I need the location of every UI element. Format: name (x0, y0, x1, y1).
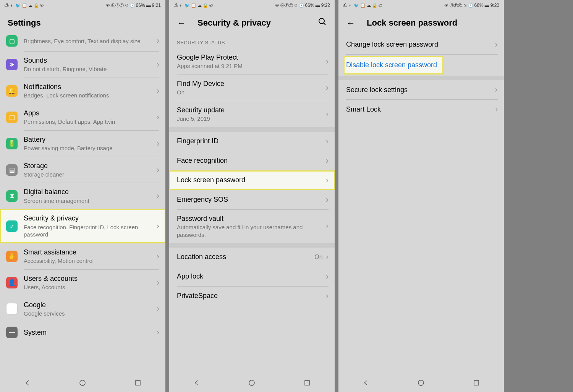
chevron-right-icon: › (157, 139, 159, 149)
list-item-storage[interactable]: ▤StorageStorage cleaner› (0, 157, 165, 183)
header: Settings (0, 11, 165, 35)
item-title: Face recognition (177, 156, 326, 165)
chevron-right-icon: › (495, 40, 498, 50)
item-subtitle: Accessibility, Motion control (24, 257, 157, 265)
phone-lock-screen-password: ⎙ ᯤ 🐦 📋 ☁ 🔒 ✆ ⋯ 👁 ⓃⒻⒸ ⦰ 🕓 66% ▬ 9:22 ← L… (338, 0, 504, 392)
chevron-right-icon: › (157, 165, 159, 175)
chevron-right-icon: › (326, 195, 329, 205)
lock-password-list-1: Change lock screen password›Disable lock… (338, 35, 504, 76)
item-subtitle: Users, Accounts (24, 283, 157, 291)
list-item-location-access[interactable]: Location accessOn› (169, 248, 335, 267)
list-item-secure-lock-settings[interactable]: Secure lock settings› (338, 80, 504, 99)
nav-bar (0, 374, 165, 392)
status-left-icons: ⎙ ᯤ 🐦 📋 ☁ 🔒 ✆ ⋯ (5, 3, 49, 8)
phone-settings: ⎙ ᯤ 🐦 📋 ☁ 🔒 ✆ ⋯ 👁 ⓃⒻⒸ ⦰ 🕓 66% ▬ 9:21 Set… (0, 0, 165, 392)
svg-rect-5 (305, 381, 309, 385)
google-icon: G (6, 303, 18, 314)
item-title: Storage (24, 162, 157, 170)
list-item-smart-assistance[interactable]: ✋Smart assistanceAccessibility, Motion c… (0, 243, 165, 269)
item-body: Location access (177, 253, 314, 261)
item-title: Notifications (24, 83, 157, 91)
smart-assistance-icon: ✋ (6, 251, 18, 262)
nav-back-icon[interactable] (362, 379, 370, 387)
list-item-security-update[interactable]: Security updateJune 5, 2019› (169, 101, 335, 127)
list-item-app-lock[interactable]: App lock› (169, 267, 335, 286)
item-title: App lock (177, 272, 326, 281)
list-item-apps[interactable]: ◫AppsPermissions, Default apps, App twin… (0, 104, 165, 130)
list-item-google-play-protect[interactable]: Google Play ProtectApps scanned at 9:21 … (169, 49, 335, 75)
list-item-sounds[interactable]: 🕩SoundsDo not disturb, Ringtone, Vibrate… (0, 52, 165, 78)
item-body: Password vaultAutomatically save and fil… (177, 214, 326, 238)
list-item-lock-screen-password[interactable]: Lock screen password› (169, 171, 335, 190)
list-item-privatespace[interactable]: PrivateSpace› (169, 287, 335, 306)
nav-recent-icon[interactable] (473, 379, 480, 387)
list-item-password-vault[interactable]: Password vaultAutomatically save and fil… (169, 210, 335, 243)
item-body: Fingerprint ID (177, 137, 326, 146)
item-title: Password vault (177, 214, 326, 223)
chevron-right-icon: › (326, 136, 329, 146)
svg-point-6 (418, 380, 424, 386)
item-subtitle: Permissions, Default apps, App twin (24, 118, 157, 126)
chevron-right-icon: › (157, 86, 159, 96)
nav-home-icon[interactable] (248, 379, 256, 387)
section-gap (169, 243, 335, 248)
list-item-emergency-sos[interactable]: Emergency SOS› (169, 190, 335, 209)
back-icon[interactable]: ← (346, 18, 355, 28)
list-item-digital-balance[interactable]: ⧗Digital balanceScreen time management› (0, 183, 165, 209)
item-body: NotificationsBadges, Lock screen notific… (24, 83, 157, 99)
privacy-options-list: Location accessOn›App lock›PrivateSpace› (169, 248, 335, 306)
item-subtitle: Brightness, Eye comfort, Text and displa… (24, 37, 157, 45)
list-item-fingerprint-id[interactable]: Fingerprint ID› (169, 132, 335, 151)
chevron-right-icon: › (157, 60, 159, 70)
list-item-google[interactable]: GGoogleGoogle services› (0, 296, 165, 322)
item-title: Google (24, 301, 157, 309)
nav-recent-icon[interactable] (303, 379, 311, 387)
item-body: Secure lock settings (346, 86, 495, 94)
item-body: Find My DeviceOn (177, 79, 326, 96)
chevron-right-icon: › (157, 251, 159, 261)
item-body: Disable lock screen password (345, 57, 498, 73)
item-title: Change lock screen password (346, 40, 495, 49)
list-item-users-accounts[interactable]: 👤Users & accountsUsers, Accounts› (0, 270, 165, 296)
nav-back-icon[interactable] (24, 379, 31, 387)
item-title: Security & privacy (24, 214, 157, 223)
status-right: 👁 ⓃⒻⒸ ⦰ 🕓 66% ▬ 9:21 (106, 3, 161, 8)
item-value: On (314, 254, 322, 261)
list-item-notifications[interactable]: 🔔NotificationsBadges, Lock screen notifi… (0, 78, 165, 104)
nav-recent-icon[interactable] (134, 379, 142, 387)
status-right: 👁 ⓃⒻⒸ ⦰ 🕓 66% ▬ 9:22 (275, 3, 330, 8)
section-gap (338, 76, 504, 80)
item-title: System (24, 328, 157, 337)
list-item-battery[interactable]: 🔋BatteryPower saving mode, Battery usage… (0, 131, 165, 157)
nav-home-icon[interactable] (79, 379, 86, 387)
item-title: Sounds (24, 56, 157, 65)
list-item-change-lock-screen-password[interactable]: Change lock screen password› (338, 35, 504, 54)
chevron-right-icon: › (157, 36, 159, 46)
settings-list[interactable]: ▢DisplayBrightness, Eye comfort, Text an… (0, 35, 165, 343)
item-subtitle: Power saving mode, Battery usage (24, 144, 157, 152)
back-icon[interactable]: ← (177, 18, 186, 28)
nav-home-icon[interactable] (417, 379, 425, 387)
lock-password-list-2: Secure lock settings›Smart Lock› (338, 80, 504, 119)
item-subtitle: Storage cleaner (24, 171, 157, 178)
item-title: Battery (24, 135, 157, 144)
chevron-right-icon: › (157, 191, 159, 201)
item-subtitle: Face recognition, Fingerprint ID, Lock s… (24, 224, 157, 238)
battery-icon: 🔋 (6, 138, 18, 149)
list-item-security-privacy[interactable]: ✓Security & privacyFace recognition, Fin… (0, 209, 165, 243)
list-item-disable-lock-screen-password[interactable]: Disable lock screen password (338, 55, 504, 76)
list-item-system[interactable]: —System› (0, 322, 165, 343)
list-item-smart-lock[interactable]: Smart Lock› (338, 100, 504, 119)
item-body: Smart Lock (346, 105, 495, 114)
users-accounts-icon: 👤 (6, 277, 18, 288)
list-item-find-my-device[interactable]: Find My DeviceOn› (169, 75, 335, 101)
item-body: PrivateSpace (177, 292, 326, 300)
list-item-face-recognition[interactable]: Face recognition› (169, 151, 335, 170)
nav-back-icon[interactable] (193, 379, 201, 387)
chevron-right-icon: › (326, 221, 329, 231)
status-left-icons: ⎙ ᯤ 🐦 📋 ☁ 🔒 ✆ ⋯ (174, 3, 218, 8)
status-right: 👁 ⓃⒻⒸ ⦰ 🕓 66% ▬ 9:22 (444, 3, 499, 8)
chevron-right-icon: › (326, 156, 329, 166)
search-icon[interactable] (318, 17, 327, 29)
list-item-display[interactable]: ▢DisplayBrightness, Eye comfort, Text an… (0, 35, 165, 51)
